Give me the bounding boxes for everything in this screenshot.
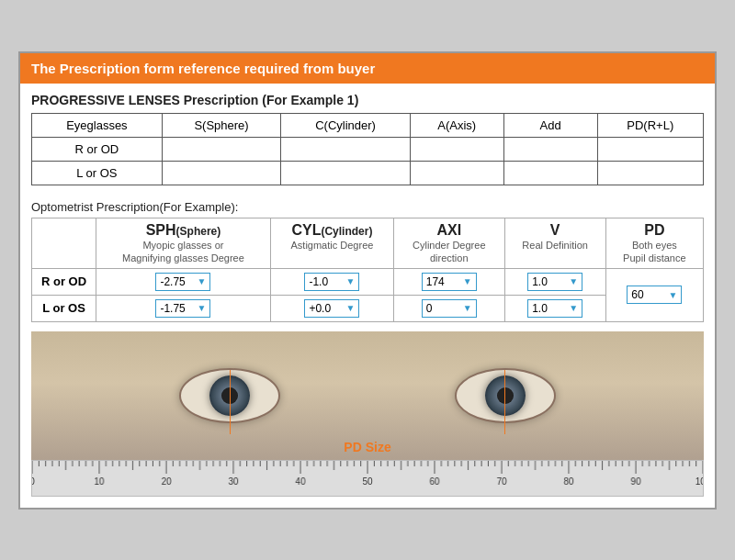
cyl-value: +0.0 [309, 302, 331, 315]
et-cyl-cell[interactable]: -1.0▼ [270, 268, 393, 295]
sph-arrow: ▼ [198, 276, 207, 286]
col-bold-sub-cyl: (Cylinder) [321, 225, 372, 238]
axi-arrow: ▼ [463, 303, 472, 313]
et-v-cell[interactable]: 1.0▼ [504, 295, 605, 321]
pt-col-header: Eyeglasses [32, 113, 163, 137]
et-sph-cell[interactable]: -1.75▼ [96, 295, 271, 321]
pt-col-header: C(Cylinder) [281, 113, 411, 137]
col-main-sph: SPH [146, 222, 176, 238]
cyl-arrow: ▼ [346, 303, 356, 313]
et-row-label: L or OS [32, 295, 96, 321]
header-title: The Prescription form reference required… [31, 61, 375, 76]
v-select[interactable]: 1.0▼ [527, 299, 582, 318]
et-col-header-axi: AXICylinder Degree direction [393, 218, 504, 268]
pt-row: R or OD [32, 137, 704, 161]
pt-cell [281, 161, 411, 185]
v-value: 1.0 [532, 302, 548, 315]
pt-row: L or OS [32, 161, 704, 185]
example-table-wrap: SPH(Sphere)Myopic glasses or Magnifying … [20, 218, 715, 322]
cyl-arrow: ▼ [346, 276, 356, 286]
et-sph-cell[interactable]: -2.75▼ [96, 268, 271, 295]
et-axi-cell[interactable]: 174▼ [393, 268, 504, 295]
optometrist-label: Optometrist Prescription(For Example): [20, 195, 715, 218]
main-card: The Prescription form reference required… [18, 51, 717, 510]
example-table: SPH(Sphere)Myopic glasses or Magnifying … [31, 218, 704, 322]
eye-image-section: PD Size [31, 331, 704, 460]
v-arrow: ▼ [569, 276, 578, 286]
section1-title: PROGRESSIVE LENSES Prescription (For Exa… [20, 84, 715, 113]
pt-col-header: PD(R+L) [597, 113, 703, 137]
pt-cell [410, 137, 503, 161]
pd-line-right [504, 370, 505, 434]
pd-value: 60 [631, 288, 643, 301]
et-col-header-cyl: CYL(Cylinder)Astigmatic Degree [270, 218, 393, 268]
et-col-header-pd: PDBoth eyes Pupil distance [605, 218, 703, 268]
pt-col-header: S(Sphere) [162, 113, 281, 137]
axi-value: 0 [426, 302, 433, 315]
col-main-pd: PD [644, 222, 664, 238]
pd-line-left [230, 370, 231, 434]
pt-cell [597, 137, 703, 161]
pt-cell [410, 161, 503, 185]
cyl-select[interactable]: +0.0▼ [304, 299, 359, 318]
et-axi-cell[interactable]: 0▼ [393, 295, 504, 321]
pd-select[interactable]: 60▼ [627, 286, 682, 304]
cyl-value: -1.0 [309, 275, 328, 288]
axi-select[interactable]: 0▼ [422, 299, 477, 318]
pt-cell [281, 137, 411, 161]
pt-cell [503, 161, 597, 185]
col-sub-pd: Both eyes Pupil distance [623, 240, 686, 263]
pt-cell [597, 161, 703, 185]
axi-arrow: ▼ [463, 276, 472, 286]
sph-value: -2.75 [160, 275, 185, 288]
col-main-v: V [550, 222, 560, 238]
pd-size-label: PD Size [344, 440, 390, 454]
et-pd-cell[interactable]: 60▼ [605, 268, 703, 321]
et-cyl-cell[interactable]: +0.0▼ [270, 295, 393, 321]
et-row-label: R or OD [32, 268, 96, 295]
sph-select[interactable]: -2.75▼ [155, 273, 210, 291]
pt-col-header: Add [503, 113, 597, 137]
ruler-section [31, 460, 704, 497]
pt-cell [503, 137, 597, 161]
header-bar: The Prescription form reference required… [20, 53, 715, 84]
et-row: L or OS-1.75▼+0.0▼0▼1.0▼ [32, 295, 704, 321]
sph-arrow: ▼ [198, 303, 207, 313]
col-sub-v: Real Definition [522, 240, 588, 251]
ruler-canvas [32, 461, 703, 497]
sph-value: -1.75 [160, 302, 185, 315]
et-col-header-sph: SPH(Sphere)Myopic glasses or Magnifying … [96, 218, 271, 268]
et-col-header-label [32, 218, 96, 268]
v-arrow: ▼ [569, 303, 578, 313]
prescription-table: EyeglassesS(Sphere)C(Cylinder)A(Axis)Add… [31, 113, 704, 185]
col-sub-cyl: Astigmatic Degree [291, 240, 374, 251]
col-main-cyl: CYL [291, 222, 321, 238]
col-bold-sub-sph: (Sphere) [176, 225, 221, 238]
axi-value: 174 [426, 275, 445, 288]
pt-row-label: R or OD [32, 137, 163, 161]
pt-col-header: A(Axis) [410, 113, 503, 137]
et-v-cell[interactable]: 1.0▼ [504, 268, 605, 295]
eye-canvas: PD Size [31, 331, 704, 460]
sph-select[interactable]: -1.75▼ [155, 299, 210, 318]
col-sub-sph: Myopic glasses or Magnifying glasses Deg… [122, 240, 244, 263]
v-select[interactable]: 1.0▼ [527, 273, 582, 291]
pt-cell [162, 137, 281, 161]
pt-row-label: L or OS [32, 161, 163, 185]
axi-select[interactable]: 174▼ [422, 273, 477, 291]
et-row: R or OD-2.75▼-1.0▼174▼1.0▼60▼ [32, 268, 704, 295]
eye-right [455, 368, 556, 423]
v-value: 1.0 [532, 275, 548, 288]
pt-cell [162, 161, 281, 185]
et-col-header-v: VReal Definition [504, 218, 605, 268]
cyl-select[interactable]: -1.0▼ [304, 273, 359, 291]
col-sub-axi: Cylinder Degree direction [413, 240, 485, 263]
pd-arrow: ▼ [668, 290, 677, 300]
col-main-axi: AXI [436, 222, 461, 238]
